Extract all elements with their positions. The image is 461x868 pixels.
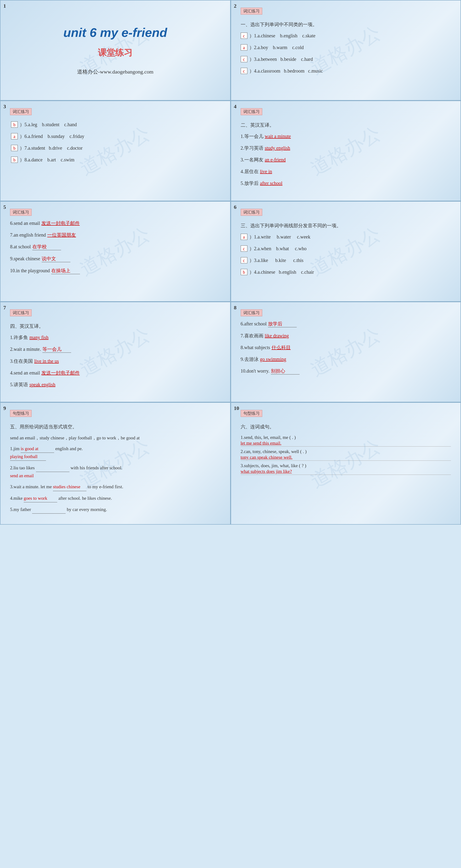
cell3-text-3: ）7.a.student b.drive c.doctor — [20, 145, 83, 151]
cell4-answer-3: an e-friend — [265, 157, 286, 163]
cell2-badge: 词汇练习 — [241, 8, 262, 14]
cell6-badge: 词汇练习 — [241, 209, 262, 216]
cell5-label-3: 8.at school — [10, 244, 31, 249]
cell5-badge: 词汇练习 — [10, 209, 32, 216]
cell5-answer-2: 一位英国朋友 — [47, 232, 76, 238]
cell5-item-4: 9.speak chinese 说中文 — [10, 255, 221, 262]
cell3-text-2: ）6.a.friend b.sunday c.friday — [20, 133, 84, 140]
cell5-answer-1: 发送一封电子邮件 — [41, 220, 80, 226]
cell6-ans-3: c — [241, 257, 247, 264]
cell6-ans-4: b — [241, 269, 247, 275]
cell4-item-2: 2.学习英语 study english — [241, 145, 451, 151]
cell10-section: 六、连词成句。 — [241, 424, 451, 430]
cell-number-9: 9 — [3, 405, 6, 411]
cell8-label-1: 6.after school — [241, 321, 267, 327]
cell-number-7: 7 — [3, 305, 6, 311]
cell8-item-4: 9.去游泳 go swimming — [241, 356, 451, 363]
cell2-text-3: ）3.a.between b.beside c.hard — [249, 56, 313, 62]
cell2-answer-3: c — [241, 56, 247, 62]
page-grid: 1 unit 6 my e-friend 课堂练习 道格办公-www.daoge… — [0, 0, 461, 525]
cell5-item-2: 7.an english friend 一位英国朋友 — [10, 232, 221, 238]
cell4-answer-4: live in — [260, 169, 272, 174]
cell7-item-2: 2.wait a minute. 等一会儿 — [10, 346, 221, 353]
cell-6: 6 词汇练习 三、选出下列单词中画线部分发音不同的一项。 a ）1.a.writ… — [230, 201, 461, 302]
cell8-answer-3: 什么科目 — [272, 344, 291, 351]
cell8-answer-4: go swimming — [260, 356, 286, 362]
cell9-blank-5 — [32, 506, 66, 514]
cell8-item-1: 6.after school 放学后 — [241, 321, 451, 327]
cell7-label-5: 5.讲英语 — [10, 381, 28, 388]
cell7-item-3: 3.住在美国 live in the us — [10, 358, 221, 365]
cell8-item-2: 7.喜欢画画 like drawing — [241, 333, 451, 339]
cell3-item-3: b ）7.a.student b.drive c.doctor — [10, 145, 221, 151]
cell2-q1: c ）1.a.chinese b.english c.skate — [241, 33, 451, 39]
cell8-label-5: 10.don't worry. — [241, 368, 270, 374]
cell9-fill-2: 2.liu tao likes with his friends after s… — [10, 464, 221, 480]
cell6-ans-1: a — [241, 234, 247, 240]
cell2-answer-2: a — [241, 44, 247, 51]
cell5-answer-4: 说中文 — [42, 255, 70, 262]
cell4-label-4: 4.居住在 — [241, 168, 259, 175]
cell10-s1: 1.send, this, let, email, me ( . ) let m… — [241, 435, 451, 446]
cell9-section: 五、用所给词的适当形式填空。 — [10, 424, 221, 430]
cell-10: 10 句型练习 六、连词成句。 1.send, this, let, email… — [230, 402, 461, 525]
cell3-text-4: ）8.a.dance b.art c.swim — [20, 157, 74, 163]
cell7-answer-5: speak english — [29, 382, 55, 388]
cell6-section: 三、选出下列单词中画线部分发音不同的一项。 — [241, 222, 451, 229]
cell6-q4: b ）4.a.chinese b.english c.chair — [241, 269, 451, 275]
cell4-label-2: 2.学习英语 — [241, 145, 264, 151]
cell9-blank-1b: playing football — [10, 453, 46, 461]
cell7-section: 四、英汉互译。 — [10, 323, 221, 330]
cell7-label-2: 2.wait a minute. — [10, 346, 41, 352]
cell10-s3: 3.subjects, does, jim, what, like ( ? ) … — [241, 463, 451, 475]
cell4-badge: 词汇练习 — [241, 108, 262, 115]
cell3-badge: 词汇练习 — [10, 108, 32, 115]
cell9-blank-3: studies chinese — [53, 483, 87, 491]
cell-7: 7 词汇练习 四、英汉互译。 1.许多鱼 many fish 2.wait a … — [0, 302, 230, 402]
cell-1: 1 unit 6 my e-friend 课堂练习 道格办公-www.daoge… — [0, 0, 230, 100]
cell4-item-4: 4.居住在 live in — [241, 168, 451, 175]
cell2-q4: c ）4.a.classroom b.bedroom c.music — [241, 68, 451, 74]
cell8-label-4: 9.去游泳 — [241, 356, 259, 363]
cell6-text-2: ）2.a.when b.what c.who — [249, 245, 307, 252]
cell4-section: 二、英汉互译。 — [241, 122, 451, 128]
cell7-item-4: 4.send an email 发送一封电子邮件 — [10, 370, 221, 376]
cell6-q2: c ）2.a.when b.what c.who — [241, 245, 451, 252]
cell6-text-3: ）3.a.like b.kite c.this — [249, 257, 304, 264]
cell4-label-1: 1.等一会儿 — [241, 133, 264, 140]
cell9-blank-1a: is good at — [21, 445, 54, 453]
cell9-fill-3: 3.wait a minute. let me studies chinese … — [10, 483, 221, 491]
cell3-text-1: ）5.a.leg b.student c.hand — [20, 121, 77, 128]
cell4-label-5: 5.放学后 — [241, 180, 259, 187]
cell-4: 4 词汇练习 二、英汉互译。 1.等一会儿 wait a minute 2.学习… — [230, 100, 461, 201]
cell5-item-5: 10.in the playground 在操场上 — [10, 268, 221, 274]
cell7-label-1: 1.许多鱼 — [10, 334, 28, 341]
cell2-q2: a ）2.a.boy b.warm c.cold — [241, 44, 451, 51]
cell6-text-1: ）1.a.write b.water c.week — [249, 234, 310, 240]
cell8-answer-2: like drawing — [265, 333, 289, 339]
cell3-vocab: b ）5.a.leg b.student c.hand a ）6.a.frien… — [10, 121, 221, 163]
cell-number-10: 10 — [234, 405, 239, 411]
cell5-item-1: 6.send an email 发送一封电子邮件 — [10, 220, 221, 226]
cell10-ans-1: let me send this email. — [241, 441, 451, 446]
cell9-blank-4: goes to work — [24, 494, 57, 502]
cell10-badge: 句型练习 — [241, 410, 262, 417]
cell7-answer-4: 发送一封电子邮件 — [41, 370, 80, 376]
cell7-item-5: 5.讲英语 speak english — [10, 381, 221, 388]
cell3-item-4: b ）8.a.dance b.art c.swim — [10, 157, 221, 163]
cell-5: 5 词汇练习 6.send an email 发送一封电子邮件 7.an eng… — [0, 201, 230, 302]
cell2-text-1: ）1.a.chinese b.english c.skate — [249, 33, 316, 39]
cell6-text-4: ）4.a.chinese b.english c.chair — [249, 269, 314, 275]
cell7-answer-2: 等一会儿 — [42, 346, 71, 353]
cell2-q3: c ）3.a.between b.beside c.hard — [241, 56, 451, 62]
cell8-item-3: 8.what subjects 什么科目 — [241, 344, 451, 351]
cell3-ans-1: b — [11, 121, 18, 128]
cell5-answer-5: 在操场上 — [51, 268, 80, 274]
cell7-answer-1: many fish — [29, 335, 49, 340]
cell9-badge: 句型练习 — [10, 410, 32, 417]
main-title: unit 6 my e-friend — [63, 25, 167, 40]
cell2-text-2: ）2.a.boy b.warm c.cold — [249, 44, 304, 51]
cell8-answer-5: 别担心 — [271, 368, 300, 374]
cell7-badge: 词汇练习 — [10, 309, 32, 316]
cell6-ans-2: c — [241, 245, 247, 252]
